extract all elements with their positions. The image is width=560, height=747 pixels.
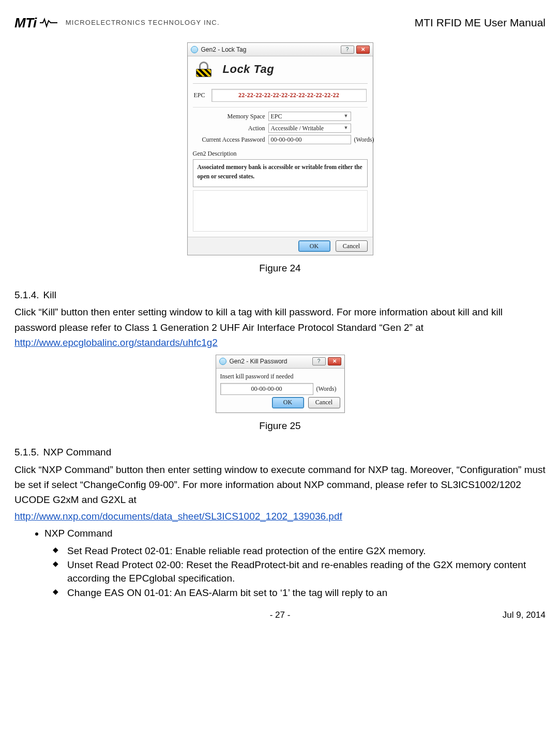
kill-password-unit: (Words) bbox=[316, 384, 340, 394]
dialog-title: Gen2 - Kill Password bbox=[230, 357, 287, 367]
memory-space-select[interactable]: EPC ▼ bbox=[268, 112, 351, 121]
company-logo: MTi MICROELECTRONICS TECHNOLOGY INC. bbox=[14, 12, 220, 33]
kill-password-prompt: Insert kill password if needed bbox=[220, 372, 340, 382]
gen2-description-box: Associated memory bank is accessible or … bbox=[193, 159, 368, 187]
list-item: Unset Read Protect 02-00: Reset the Read… bbox=[53, 558, 546, 585]
list-item: NXP Command Set Read Protect 02-01: Enab… bbox=[44, 526, 546, 599]
logo-subtext: MICROELECTRONICS TECHNOLOGY INC. bbox=[66, 18, 220, 28]
help-button[interactable]: ? bbox=[341, 45, 354, 54]
logo-text: MTi bbox=[14, 12, 37, 33]
figure-24-wrap: Gen2 - Lock Tag ? ✕ Lock Tag EPC 22-22-2… bbox=[14, 42, 546, 255]
lock-tag-dialog: Gen2 - Lock Tag ? ✕ Lock Tag EPC 22-22-2… bbox=[187, 42, 373, 255]
dialog-titlebar: Gen2 - Lock Tag ? ✕ bbox=[188, 43, 373, 56]
pulse-icon bbox=[40, 18, 57, 28]
nxp-datasheet-link[interactable]: http://www.nxp.com/documents/data_sheet/… bbox=[14, 511, 342, 522]
section-515-paragraph: Click “NXP Command” button then enter se… bbox=[14, 462, 546, 508]
section-514-title: Kill bbox=[43, 287, 56, 302]
ok-button[interactable]: OK bbox=[272, 397, 304, 408]
close-button[interactable]: ✕ bbox=[356, 45, 370, 54]
memory-space-label: Memory Space bbox=[193, 112, 265, 121]
page-number: - 27 - bbox=[270, 608, 291, 622]
empty-panel bbox=[193, 190, 368, 232]
access-password-unit: (Words) bbox=[354, 135, 375, 145]
ok-button[interactable]: OK bbox=[298, 240, 330, 252]
figure-24-caption: Figure 24 bbox=[14, 261, 546, 276]
section-514-paragraph: Click “Kill” button then enter setting w… bbox=[14, 304, 546, 350]
epc-label: EPC bbox=[194, 90, 205, 100]
action-label: Action bbox=[193, 124, 265, 133]
figure-25-wrap: Gen2 - Kill Password ? ✕ Insert kill pas… bbox=[14, 355, 546, 413]
action-value: Accessible / Writable bbox=[271, 124, 324, 133]
list-item: Set Read Protect 02-01: Enable reliable … bbox=[53, 544, 546, 558]
cancel-button[interactable]: Cancel bbox=[336, 240, 368, 252]
app-icon bbox=[191, 46, 198, 53]
dialog-title: Gen2 - Lock Tag bbox=[201, 45, 247, 55]
dialog-titlebar: Gen2 - Kill Password ? ✕ bbox=[216, 355, 344, 369]
action-select[interactable]: Accessible / Writable ▼ bbox=[268, 124, 351, 133]
kill-password-dialog: Gen2 - Kill Password ? ✕ Insert kill pas… bbox=[216, 355, 345, 413]
page-header: MTi MICROELECTRONICS TECHNOLOGY INC. MTI… bbox=[14, 12, 546, 33]
epcglobal-link[interactable]: http://www.epcglobalinc.org/standards/uh… bbox=[14, 337, 218, 348]
list-item-label: NXP Command bbox=[44, 528, 113, 539]
chevron-down-icon: ▼ bbox=[344, 125, 349, 132]
kill-password-input[interactable]: 00-00-00-00 bbox=[220, 383, 313, 395]
gen2-description-label: Gen2 Description bbox=[193, 148, 368, 159]
figure-25-caption: Figure 25 bbox=[14, 418, 546, 433]
app-icon bbox=[219, 358, 226, 365]
memory-space-value: EPC bbox=[271, 112, 282, 121]
section-514-text: Click “Kill” button then enter setting w… bbox=[14, 307, 503, 332]
section-515-number: 5.1.5. bbox=[14, 445, 39, 460]
document-title: MTI RFID ME User Manual bbox=[415, 14, 546, 32]
list-item: Change EAS ON 01-01: An EAS-Alarm bit se… bbox=[53, 586, 546, 600]
access-password-label: Current Access Password bbox=[193, 135, 265, 145]
close-button[interactable]: ✕ bbox=[328, 357, 341, 365]
epc-field[interactable]: 22-22-22-22-22-22-22-22-22-22-22-22 bbox=[211, 89, 367, 102]
lock-icon bbox=[195, 62, 214, 77]
dialog-heading: Lock Tag bbox=[223, 60, 275, 78]
cancel-button[interactable]: Cancel bbox=[308, 397, 340, 408]
section-514-number: 5.1.4. bbox=[14, 287, 39, 302]
section-515-title: NXP Command bbox=[43, 445, 112, 460]
access-password-input[interactable]: 00-00-00-00 bbox=[268, 135, 351, 144]
help-button[interactable]: ? bbox=[312, 357, 326, 365]
chevron-down-icon: ▼ bbox=[344, 113, 349, 120]
page-date: Jul 9, 2014 bbox=[503, 608, 546, 622]
